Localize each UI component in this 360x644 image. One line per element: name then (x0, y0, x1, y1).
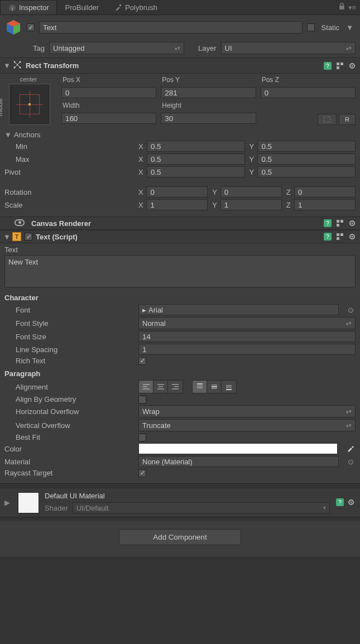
preset-icon[interactable] (335, 61, 344, 70)
best-fit-checkbox[interactable] (138, 434, 146, 441)
select-arrows-icon: ▴▾ (175, 45, 180, 51)
anchor-min-x[interactable] (147, 141, 245, 152)
rect-transform-body: center middle Pos X Pos Y Pos Z Wi (0, 74, 360, 217)
align-center-button[interactable] (153, 381, 168, 393)
material-field[interactable]: None (Material) (138, 456, 339, 467)
anchor-max-x[interactable] (147, 153, 245, 165)
anchor-preset-button[interactable]: center middle (4, 76, 52, 127)
tab-polybrush[interactable]: Polybrush (107, 0, 165, 15)
scale-x[interactable] (146, 199, 208, 210)
help-icon[interactable]: ? (323, 219, 332, 228)
scale-label: Scale (4, 201, 133, 209)
section-title: Text (Script) (36, 233, 78, 241)
material-section: ▶ Default UI Material Shader UI/Default▾… (0, 488, 360, 517)
rot-x[interactable] (146, 186, 208, 198)
tab-label: Inspector (19, 3, 49, 12)
tag-layer-row: Tag Untagged ▴▾ Layer UI ▴▾ (0, 40, 360, 57)
pos-x-label: Pos X (61, 76, 156, 84)
preset-icon[interactable] (335, 232, 344, 241)
gear-icon[interactable] (348, 232, 357, 241)
rect-transform-header[interactable]: ▼ Rect Transform ? (0, 57, 360, 74)
shader-select[interactable]: UI/Default▾ (73, 502, 330, 513)
tab-label: ProBuilder (65, 3, 99, 12)
width-field[interactable] (61, 113, 156, 124)
foldout-icon[interactable]: ▼ (4, 131, 12, 139)
anchor-presets-icon (12, 60, 22, 71)
font-style-select[interactable]: Normal▴▾ (138, 317, 356, 329)
help-icon[interactable]: ? (335, 498, 344, 507)
gear-icon[interactable] (348, 219, 357, 228)
object-picker-icon[interactable]: ⊙ (348, 306, 356, 314)
anchor-max-y[interactable] (257, 153, 356, 165)
eyedropper-icon[interactable] (347, 444, 356, 453)
foldout-icon[interactable]: ▼ (3, 61, 9, 70)
preset-icon[interactable] (335, 219, 344, 228)
tab-probuilder[interactable]: ProBuilder (57, 0, 107, 15)
raycast-label: Raycast Target (4, 469, 133, 477)
align-bottom-button[interactable] (222, 381, 236, 393)
add-component-button[interactable]: Add Component (119, 529, 241, 545)
svg-rect-15 (337, 66, 339, 69)
pos-y-field[interactable] (161, 87, 256, 98)
color-label: Color (4, 445, 133, 453)
raycast-checkbox[interactable] (138, 469, 146, 477)
pos-y-label: Pos Y (161, 76, 256, 84)
tab-label: Polybrush (125, 3, 157, 12)
material-thumbnail[interactable] (18, 492, 39, 513)
svg-rect-29 (340, 233, 343, 236)
anchor-v-label: middle (0, 98, 3, 116)
help-icon[interactable]: ? (323, 232, 332, 241)
layer-select[interactable]: UI ▴▾ (221, 42, 356, 54)
static-dropdown-icon[interactable]: ▼ (344, 23, 356, 32)
scale-z[interactable] (294, 199, 356, 210)
gameobject-icon[interactable] (4, 18, 22, 36)
pivot-y[interactable] (257, 166, 356, 177)
line-spacing-field[interactable] (138, 344, 356, 355)
character-header: Character (4, 294, 356, 302)
foldout-icon[interactable]: ▼ (3, 233, 9, 241)
raw-edit-button[interactable]: R (339, 114, 356, 125)
pos-z-field[interactable] (261, 87, 356, 98)
rot-y[interactable] (220, 186, 282, 198)
foldout-icon[interactable]: ▶ (4, 498, 12, 507)
panel-menu-icon[interactable]: ▾≡ (348, 3, 356, 12)
font-size-field[interactable] (138, 331, 356, 342)
color-field[interactable] (138, 443, 338, 454)
align-geom-checkbox[interactable] (138, 396, 146, 403)
blueprint-button[interactable] (318, 114, 337, 125)
gear-icon[interactable] (347, 498, 356, 507)
canvas-renderer-header[interactable]: Canvas Renderer ? (0, 217, 360, 230)
lock-icon[interactable] (339, 3, 345, 12)
pivot-x[interactable] (147, 166, 245, 177)
align-middle-button[interactable] (207, 381, 222, 393)
enabled-checkbox[interactable] (27, 23, 35, 31)
align-geom-label: Align By Geometry (4, 395, 133, 403)
tab-inspector[interactable]: i Inspector (0, 0, 57, 15)
rot-z[interactable] (294, 186, 356, 198)
svg-rect-22 (340, 220, 343, 223)
object-picker-icon[interactable]: ⊙ (348, 458, 356, 465)
align-top-button[interactable] (193, 381, 207, 393)
svg-point-2 (119, 4, 122, 7)
h-overflow-select[interactable]: Wrap▴▾ (138, 405, 356, 417)
static-checkbox[interactable] (307, 23, 315, 31)
svg-text:?: ? (326, 234, 329, 240)
name-field[interactable] (39, 21, 303, 33)
text-component-header[interactable]: ▼ T Text (Script) ? (0, 230, 360, 243)
scale-y[interactable] (220, 199, 282, 210)
align-right-button[interactable] (168, 381, 183, 393)
font-field[interactable]: ▸Arial (138, 304, 339, 315)
tag-select[interactable]: Untagged ▴▾ (49, 42, 184, 54)
v-overflow-select[interactable]: Truncate▴▾ (138, 419, 356, 431)
anchor-min-y[interactable] (257, 141, 356, 152)
svg-text:?: ? (326, 220, 329, 227)
align-left-button[interactable] (139, 381, 153, 393)
pos-x-field[interactable] (61, 87, 156, 98)
gear-icon[interactable] (348, 61, 357, 70)
rich-text-checkbox[interactable] (138, 357, 146, 365)
h-overflow-label: Horizontal Overflow (4, 407, 133, 416)
help-icon[interactable]: ? (323, 61, 332, 70)
component-enabled-checkbox[interactable] (25, 233, 32, 241)
height-field[interactable] (161, 113, 256, 124)
text-value-field[interactable] (4, 255, 356, 287)
